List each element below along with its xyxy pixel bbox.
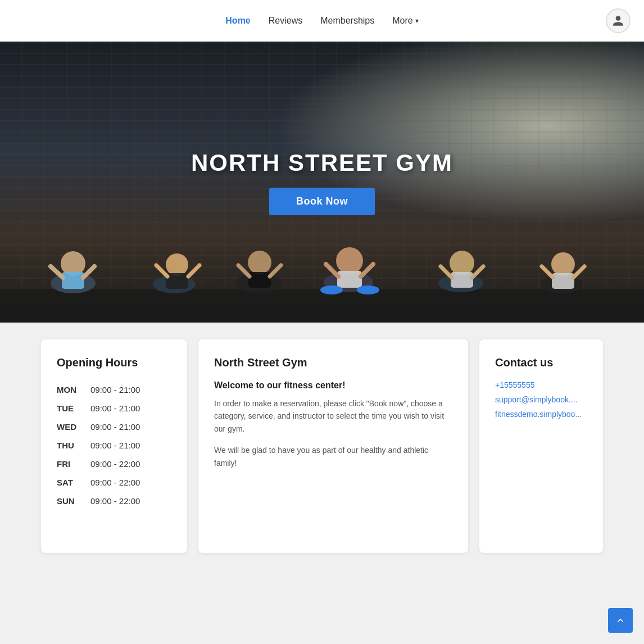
hours-row: SAT09:00 - 22:00 xyxy=(57,473,171,492)
contact-email[interactable]: support@simplybook.... xyxy=(495,395,587,404)
svg-line-31 xyxy=(542,266,553,278)
svg-rect-13 xyxy=(248,272,271,288)
svg-rect-0 xyxy=(0,289,644,323)
svg-line-10 xyxy=(188,265,199,276)
hours-row: FRI09:00 - 22:00 xyxy=(57,455,171,473)
svg-line-32 xyxy=(573,266,584,278)
hero-section: NORTH STREET GYM Book Now xyxy=(0,42,644,323)
cards-section: Opening Hours MON09:00 - 21:00TUE09:00 -… xyxy=(0,323,644,587)
hours-table: MON09:00 - 21:00TUE09:00 - 21:00WED09:00… xyxy=(57,380,171,510)
hours-time: 09:00 - 21:00 xyxy=(90,418,171,436)
nav-more-label: More xyxy=(392,16,412,26)
chevron-down-icon: ▾ xyxy=(415,17,419,25)
hours-day: FRI xyxy=(57,455,90,473)
hours-day: MON xyxy=(57,380,90,399)
svg-line-14 xyxy=(238,265,250,276)
about-title: North Street Gym xyxy=(214,356,452,369)
hours-day: SAT xyxy=(57,473,90,492)
hours-time: 09:00 - 22:00 xyxy=(90,473,171,492)
svg-line-4 xyxy=(51,266,63,278)
nav-reviews[interactable]: Reviews xyxy=(269,16,302,26)
hours-time: 09:00 - 21:00 xyxy=(90,399,171,418)
nav-home[interactable]: Home xyxy=(225,16,250,26)
hours-time: 09:00 - 21:00 xyxy=(90,380,171,399)
about-subtitle: Welcome to our fitness center! xyxy=(214,380,452,391)
chevron-up-icon xyxy=(615,615,626,626)
user-icon xyxy=(612,15,624,27)
hours-row: THU09:00 - 21:00 xyxy=(57,436,171,455)
svg-point-17 xyxy=(336,247,363,274)
hours-day: WED xyxy=(57,418,90,436)
svg-point-22 xyxy=(357,285,379,294)
svg-rect-30 xyxy=(552,273,574,289)
svg-point-24 xyxy=(450,251,474,275)
svg-line-26 xyxy=(441,266,452,278)
header: Home Reviews Memberships More ▾ xyxy=(0,0,644,42)
svg-point-12 xyxy=(248,251,271,274)
nav-more[interactable]: More ▾ xyxy=(392,16,418,26)
svg-point-29 xyxy=(551,252,575,276)
svg-point-7 xyxy=(166,253,188,276)
nav: Home Reviews Memberships More ▾ xyxy=(225,16,418,26)
svg-rect-3 xyxy=(62,272,84,289)
about-paragraph-1: In order to make a reservation, please c… xyxy=(214,397,452,435)
book-now-button[interactable]: Book Now xyxy=(269,188,375,215)
hours-day: SUN xyxy=(57,492,90,510)
svg-line-20 xyxy=(361,264,373,276)
opening-hours-title: Opening Hours xyxy=(57,356,171,369)
hours-time: 09:00 - 22:00 xyxy=(90,492,171,510)
hours-day: TUE xyxy=(57,399,90,418)
scroll-to-top-button[interactable] xyxy=(608,608,633,633)
contact-title: Contact us xyxy=(495,356,587,369)
hours-row: MON09:00 - 21:00 xyxy=(57,380,171,399)
svg-line-5 xyxy=(83,266,94,278)
svg-rect-18 xyxy=(337,271,362,288)
contact-card: Contact us +15555555 support@simplybook.… xyxy=(479,339,603,553)
hero-content: NORTH STREET GYM Book Now xyxy=(191,149,453,215)
opening-hours-card: Opening Hours MON09:00 - 21:00TUE09:00 -… xyxy=(41,339,187,553)
hours-time: 09:00 - 22:00 xyxy=(90,455,171,473)
user-avatar-button[interactable] xyxy=(606,8,631,33)
hero-title: NORTH STREET GYM xyxy=(191,149,453,176)
contact-phone[interactable]: +15555555 xyxy=(495,380,587,389)
svg-point-21 xyxy=(320,285,343,294)
svg-rect-25 xyxy=(451,272,473,288)
svg-line-27 xyxy=(472,266,483,278)
hours-day: THU xyxy=(57,436,90,455)
hours-time: 09:00 - 21:00 xyxy=(90,436,171,455)
svg-line-15 xyxy=(270,265,281,276)
nav-memberships[interactable]: Memberships xyxy=(320,16,374,26)
hours-row: WED09:00 - 21:00 xyxy=(57,418,171,436)
svg-line-9 xyxy=(156,265,167,276)
hours-row: TUE09:00 - 21:00 xyxy=(57,399,171,418)
hours-row: SUN09:00 - 22:00 xyxy=(57,492,171,510)
contact-website[interactable]: fitnessdemo.simplyboo... xyxy=(495,410,587,419)
about-card: North Street Gym Welcome to our fitness … xyxy=(198,339,468,553)
about-paragraph-2: We will be glad to have you as part of o… xyxy=(214,444,452,469)
